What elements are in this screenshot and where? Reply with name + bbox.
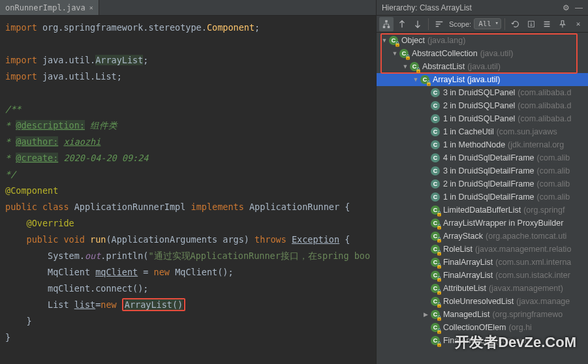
code-text: org.springframework.stereotype. bbox=[37, 22, 207, 33]
node-label: CollectionOfElem bbox=[443, 323, 506, 332]
tree-node-arraylist[interactable]: ▼🔒ArrayList (java.util) bbox=[377, 73, 588, 86]
node-label: FinalArrayList bbox=[443, 258, 493, 267]
code-text: ApplicationRunnerImpl bbox=[74, 202, 191, 212]
tree-node[interactable]: 🔒FinalArrayList(com.sun.xml.interna bbox=[377, 256, 588, 269]
code-text: ApplicationRunner bbox=[249, 202, 345, 212]
editor-pane: onRunnerImpl.java ✕ import org.springfra… bbox=[0, 0, 376, 364]
pin-icon[interactable] bbox=[555, 17, 570, 31]
tree-node-object[interactable]: ▼🔒Object(java.lang) bbox=[377, 34, 588, 47]
expand-arrow-icon[interactable]: ▼ bbox=[380, 37, 388, 44]
code-text: } bbox=[5, 332, 10, 342]
node-label: FinalArrayList bbox=[443, 271, 493, 280]
code-text: class bbox=[42, 202, 74, 212]
tree-node[interactable]: 1 in DruidSqlDetailFrame(com.alib bbox=[377, 190, 588, 204]
code-text: */ bbox=[5, 166, 371, 183]
code-text: out bbox=[85, 250, 101, 261]
code-text: ArrayList bbox=[95, 55, 143, 65]
hide-icon[interactable]: — bbox=[575, 3, 583, 12]
code-text: 组件类 bbox=[85, 120, 117, 130]
code-text: @author: bbox=[16, 136, 58, 147]
code-text: Exception bbox=[292, 234, 339, 245]
code-text: MqClient(); bbox=[175, 267, 233, 277]
tree-node[interactable]: 🔒CollectionOfElem(org.hi bbox=[377, 321, 588, 334]
tree-node[interactable]: 🔒AttributeList(javax.management) bbox=[377, 282, 588, 295]
node-label: ArrayList (java.util) bbox=[433, 75, 501, 84]
hierarchy-header: Hierarchy: Class ArrayList ⚙ — bbox=[377, 0, 588, 16]
class-hierarchy-icon[interactable] bbox=[379, 17, 394, 31]
code-text: import bbox=[5, 22, 37, 33]
code-text: list bbox=[74, 299, 96, 310]
tree-node[interactable]: ▶🔒ManagedList(org.springframewo bbox=[377, 308, 588, 321]
code-text: .println( bbox=[101, 250, 148, 261]
node-pkg: (java.util) bbox=[467, 62, 501, 71]
node-label: ArrayStack bbox=[443, 232, 483, 241]
tree-node-abstractcollection[interactable]: ▼🔒AbstractCollection(java.util) bbox=[377, 47, 588, 60]
code-text: System. bbox=[48, 250, 85, 261]
tree-node[interactable]: 2 in DruidSQLPanel(com.alibaba.d bbox=[377, 99, 588, 112]
node-pkg: (java.lang) bbox=[427, 36, 465, 45]
expand-arrow-icon[interactable]: ▼ bbox=[401, 63, 409, 70]
code-text: ; bbox=[143, 55, 148, 65]
node-pkg: (javax.management) bbox=[489, 284, 563, 293]
node-pkg: (jdk.internal.org bbox=[508, 140, 564, 149]
supertypes-icon[interactable] bbox=[395, 17, 409, 31]
code-text: } bbox=[27, 316, 32, 326]
node-label: 4 in DruidSqlDetailFrame bbox=[443, 153, 534, 162]
tree-node[interactable]: 3 in DruidSQLPanel(com.alibaba.d bbox=[377, 86, 588, 99]
hierarchy-tree[interactable]: ▼🔒Object(java.lang) ▼🔒AbstractCollection… bbox=[377, 33, 588, 364]
node-label: RoleList bbox=[443, 245, 472, 254]
code-text: ArrayList() bbox=[125, 299, 183, 310]
code-text: 2020-04-20 09:24 bbox=[63, 153, 148, 163]
node-label: Object bbox=[401, 36, 425, 45]
node-label: 3 in DruidSqlDetailFrame bbox=[443, 166, 534, 175]
tree-node[interactable]: 🔒RoleUnresolvedList(javax.manage bbox=[377, 295, 588, 308]
code-text: * bbox=[5, 153, 16, 163]
close-icon[interactable]: ✕ bbox=[89, 4, 93, 11]
code-text: xiaozhi bbox=[63, 136, 101, 147]
node-label: LimitedDataBufferList bbox=[443, 205, 521, 215]
node-pkg: (org.hi bbox=[508, 323, 531, 332]
autoscroll-icon[interactable] bbox=[524, 17, 538, 31]
tree-node[interactable]: 1 in DruidSQLPanel(com.alibaba.d bbox=[377, 112, 588, 125]
code-text: ; bbox=[255, 22, 260, 33]
expand-arrow-icon[interactable]: ▼ bbox=[412, 76, 420, 83]
subtypes-icon[interactable] bbox=[410, 17, 425, 31]
tree-node[interactable]: 🔒FinalArrayList(com.sun.istack.inter bbox=[377, 269, 588, 282]
tree-node-abstractlist[interactable]: ▼🔒AbstractList(java.util) bbox=[377, 60, 588, 73]
expand-arrow-icon[interactable]: ▼ bbox=[391, 50, 399, 57]
tree-node[interactable]: 🔒LimitedDataBufferList(org.springf bbox=[377, 204, 588, 217]
sort-icon[interactable] bbox=[432, 17, 446, 31]
svg-rect-1 bbox=[383, 25, 386, 28]
tree-node[interactable]: 1 in MethodNode(jdk.internal.org bbox=[377, 138, 588, 151]
node-pkg: (org.springf bbox=[523, 205, 565, 215]
tree-node[interactable]: 🔒ArrayStack(org.apache.tomcat.uti bbox=[377, 230, 588, 243]
node-pkg: (org.apache.tomcat.uti bbox=[486, 232, 566, 241]
refresh-icon[interactable] bbox=[508, 17, 523, 31]
scope-selector[interactable]: All bbox=[474, 18, 501, 29]
tree-node[interactable]: 🔒ArrayListWrapper in ProxyBuilder bbox=[377, 217, 588, 230]
tree-node[interactable]: 1 in CacheUtil(com.sun.javaws bbox=[377, 125, 588, 138]
scope-value: All bbox=[478, 20, 491, 28]
tree-node[interactable]: 2 in DruidSqlDetailFrame(com.alib bbox=[377, 177, 588, 190]
arraylist-highlight: ArrayList() bbox=[122, 298, 185, 311]
node-pkg: (java.util) bbox=[480, 49, 514, 58]
node-label: 1 in DruidSqlDetailFrame bbox=[443, 192, 534, 202]
code-text: @Component bbox=[5, 183, 371, 199]
expand-arrow-icon[interactable]: ▶ bbox=[422, 311, 430, 318]
tree-node[interactable]: 3 in DruidSqlDetailFrame(com.alib bbox=[377, 164, 588, 177]
code-text: public bbox=[27, 234, 64, 245]
code-editor[interactable]: import org.springframework.stereotype.Co… bbox=[0, 16, 376, 364]
close-hierarchy-icon[interactable]: ✕ bbox=[571, 17, 585, 31]
code-text: run bbox=[90, 234, 106, 245]
svg-rect-2 bbox=[388, 25, 390, 28]
gear-icon[interactable]: ⚙ bbox=[563, 3, 570, 12]
code-text: import bbox=[5, 55, 37, 65]
code-text: new bbox=[154, 267, 176, 277]
editor-tab[interactable]: onRunnerImpl.java ✕ bbox=[0, 0, 99, 15]
code-text: /** bbox=[5, 101, 371, 117]
tree-node[interactable]: 🔒RoleList(javax.management.relatio bbox=[377, 243, 588, 256]
tree-node[interactable]: 4 in DruidSqlDetailFrame(com.alib bbox=[377, 151, 588, 164]
expand-icon[interactable] bbox=[540, 17, 554, 31]
node-pkg: (com.alib bbox=[537, 166, 570, 175]
code-text: List bbox=[95, 71, 117, 82]
